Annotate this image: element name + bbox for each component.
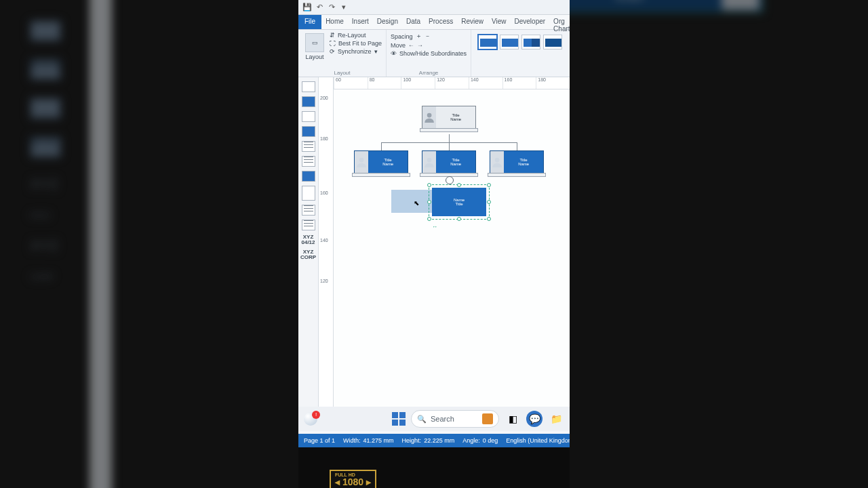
avatar-icon [422,151,436,173]
qat-customize-icon[interactable]: ▾ [339,3,349,12]
style-thumb-1[interactable] [478,35,497,49]
shape-tree[interactable] [302,220,315,230]
tab-home[interactable]: Home [321,15,348,29]
status-height: Height:22.225 mm [402,437,455,444]
status-bar: Page 1 of 1 Width:41.275 mm Height:22.22… [298,434,570,447]
save-icon[interactable]: 💾 [302,3,312,12]
move-control[interactable]: Move ← → [391,42,467,49]
quick-access-toolbar: 💾 ↶ ↷ ▾ [298,0,570,15]
arrow-left-icon[interactable]: ← [408,42,414,49]
bg-node-card: TitleName [540,0,764,13]
taskbar-chat[interactable]: 💬 [526,411,542,427]
tab-developer[interactable]: Developer [511,15,550,29]
cursor-icon: ⬉ [414,199,419,207]
notification-badge: ! [312,411,320,419]
screen-content: 💾 ↶ ↷ ▾ File Home Insert Design Data Pro… [298,0,570,447]
status-page: Page 1 of 1 [304,437,335,444]
synchronize-button[interactable]: ⟳ Synchronize▾ [330,48,382,55]
showhide-subordinates-button[interactable]: 👁 Show/Hide Subordinates [391,50,467,57]
tab-review[interactable]: Review [457,15,488,29]
ribbon-group-styles [471,30,569,77]
avatar-icon [422,106,436,128]
connector [449,142,450,150]
status-language[interactable]: English (United Kingdom) [506,437,570,444]
taskbar-search[interactable]: 🔍 Search [411,410,499,428]
eye-icon: 👁 [391,50,397,57]
org-node-manager-2[interactable]: TitleName [422,150,476,174]
org-node-manager-1[interactable]: TitleName [354,150,408,174]
tab-insert[interactable]: Insert [348,15,373,29]
org-node-manager-3[interactable]: TitleName [490,150,544,174]
style-thumb-3[interactable] [521,35,540,49]
tab-view[interactable]: View [488,15,511,29]
taskbar-explorer[interactable]: 📁 [548,411,564,427]
connector [449,134,450,142]
svg-point-3 [495,158,500,163]
layout-button[interactable]: ▭ Layout [302,32,327,62]
shape-position-blue[interactable] [302,126,315,137]
monitor-sticker: FULL HD ◂ 1080 ▸ [330,470,376,488]
tab-process[interactable]: Process [425,15,457,29]
shape-xyz-corp[interactable]: XYZCORP [300,249,316,260]
undo-icon[interactable]: ↶ [315,3,324,12]
shape-position[interactable] [302,111,315,122]
spacing-control[interactable]: Spacing ＋ － [391,32,467,41]
vertical-ruler: 200 180 160 140 120 [319,77,334,418]
style-thumb-2[interactable] [500,35,519,49]
bg-shape-panel: XYZ 04/12 XYZ CORP [30,20,61,281]
ribbon-body: ▭ Layout ⇵ Re-Layout ⛶ Best Fit to Page [298,30,570,77]
tab-file[interactable]: File [298,15,321,29]
arrow-right-icon[interactable]: → [417,42,423,49]
shape-team[interactable] [302,156,315,167]
monitor-bezel: FULL HD ◂ 1080 ▸ [298,447,570,488]
taskbar-weather[interactable]: ! [304,412,317,426]
taskbar-taskview[interactable]: ◧ [505,411,521,427]
avatar-icon [490,151,504,173]
video-pillarbox-right: TitleName [555,0,868,488]
ribbon-tabs: File Home Insert Design Data Process Rev… [298,15,570,30]
shape-multi[interactable] [302,186,315,201]
org-node-executive[interactable]: TitleName [422,106,476,129]
tab-design[interactable]: Design [373,15,402,29]
bestfit-button[interactable]: ⛶ Best Fit to Page [330,40,382,47]
horizontal-ruler: 6080 100120 140160 180 [334,77,570,89]
search-highlight-icon [482,413,493,424]
relayout-icon: ⇵ [330,32,335,39]
sync-icon: ⟳ [330,48,335,55]
relayout-button[interactable]: ⇵ Re-Layout [330,32,382,39]
connector-handle-icon[interactable] [446,176,454,184]
shape-staff[interactable] [302,141,315,152]
shape-executive[interactable] [302,81,315,92]
shape-three[interactable] [302,205,315,216]
connector [381,142,382,150]
selection-outline[interactable] [429,184,490,220]
windows-taskbar: ! 🔍 Search ◧ 💬 📁 [298,407,570,431]
minus-icon[interactable]: － [425,32,431,41]
svg-point-1 [359,158,364,163]
svg-point-0 [427,113,432,118]
svg-point-2 [427,158,432,163]
tab-orgchart[interactable]: Org Chart [549,15,570,29]
bg-ruler: 140120 10080 60 [90,0,112,488]
dimension-readout: ↔ [432,224,437,230]
shape-assistant[interactable] [302,171,315,182]
drawing-canvas[interactable]: TitleName TitleName [334,89,570,418]
video-pillarbox-left: 140120 10080 60 XYZ 04/12 XYZ CORP [0,0,313,488]
connector [517,142,517,150]
start-button[interactable] [392,412,406,426]
search-icon: 🔍 [417,415,427,424]
style-thumb-4[interactable] [543,35,562,49]
ribbon-group-arrange: Spacing ＋ － Move ← → 👁 Show/Hide Subordi… [387,30,471,77]
search-placeholder: Search [431,415,454,423]
tab-data[interactable]: Data [402,15,425,29]
plus-icon[interactable]: ＋ [416,32,422,41]
status-width: Width:41.275 mm [343,437,394,444]
shape-manager[interactable] [302,96,315,107]
avatar-icon [355,151,368,173]
redo-icon[interactable]: ↷ [327,3,336,12]
bestfit-icon: ⛶ [330,40,336,47]
phone-frame: 💾 ↶ ↷ ▾ File Home Insert Design Data Pro… [298,0,570,488]
shape-xyz-date[interactable]: XYZ04/12 [301,235,315,245]
status-angle: Angle:0 deg [462,437,498,444]
ribbon-group-layout: ▭ Layout ⇵ Re-Layout ⛶ Best Fit to Page [298,30,387,77]
